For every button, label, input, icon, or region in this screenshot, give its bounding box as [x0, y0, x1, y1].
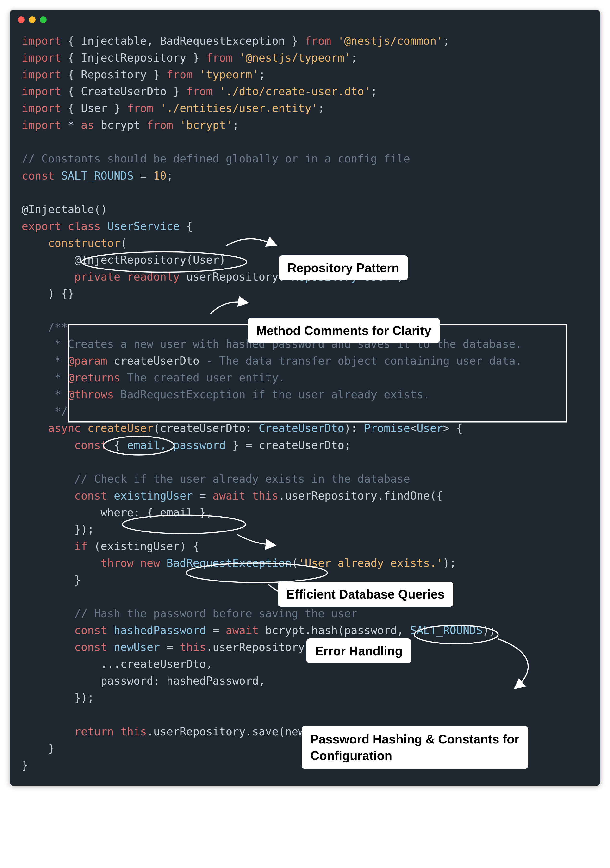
minimize-icon[interactable]	[29, 16, 36, 23]
close-icon[interactable]	[18, 16, 25, 23]
error-msg: 'User already exists.'	[298, 557, 443, 569]
hash-arg: SALT_ROUNDS	[410, 624, 482, 637]
import-from: bcrypt	[186, 119, 226, 132]
import-from: @nestjs/typeorm	[245, 51, 344, 64]
code-window: import { Injectable, BadRequestException…	[9, 9, 601, 786]
hash-arg: password	[344, 624, 397, 637]
const-value: 10	[153, 169, 167, 182]
import-items: Injectable, BadRequestException	[81, 35, 285, 47]
obj-key: password	[101, 674, 153, 687]
import-items: User	[81, 102, 107, 115]
method-param: createUserDto	[160, 422, 245, 435]
destructure-from: createUserDto	[259, 439, 344, 452]
callout-error-handling: Error Handling	[307, 639, 411, 663]
import-items: Repository	[81, 68, 147, 81]
spread-arg: createUserDto	[121, 658, 206, 670]
import-alias: bcrypt	[101, 119, 140, 132]
method-param-type: CreateUserDto	[259, 422, 344, 435]
import-from: ./entities/user.entity	[167, 102, 311, 115]
class-name: UserService	[107, 220, 180, 232]
jsdoc-param-desc: The data transfer object containing user…	[219, 355, 522, 367]
return-type: Promise	[364, 422, 410, 435]
var-name: hashedPassword	[114, 624, 206, 637]
code-comment: // Constants should be defined globally …	[22, 152, 410, 165]
callout-db-queries: Efficient Database Queries	[278, 582, 453, 607]
var-name: existingUser	[114, 490, 193, 502]
const-name: SALT_ROUNDS	[61, 169, 133, 182]
ctor-param: userRepository	[186, 270, 279, 283]
where-field: email	[160, 506, 193, 519]
callout-password-hashing: Password Hashing & Constants for Configu…	[302, 726, 528, 769]
import-items: CreateUserDto	[81, 85, 167, 98]
code-comment: // Hash the password before saving the u…	[74, 607, 358, 620]
var-name: newUser	[114, 641, 160, 654]
window-titlebar	[9, 9, 601, 25]
import-from: typeorm	[206, 68, 252, 81]
jsdoc-returns: The created user entity.	[127, 371, 285, 384]
class-decorator: @Injectable()	[22, 203, 107, 216]
jsdoc-throws: BadRequestException if the user already …	[121, 388, 430, 401]
callout-method-comments: Method Comments for Clarity	[248, 318, 440, 343]
inject-decorator: @InjectRepository	[74, 254, 186, 267]
import-from: @nestjs/common	[344, 35, 437, 47]
destructure-vars: email, password	[127, 439, 226, 452]
code-comment: // Check if the user already exists in t…	[74, 473, 410, 485]
obj-val: hashedPassword	[167, 674, 259, 687]
error-class: BadRequestException	[167, 557, 291, 569]
import-from: ./dto/create-user.dto	[226, 85, 364, 98]
import-items: InjectRepository	[81, 51, 186, 64]
method-name: createUser	[87, 422, 153, 435]
maximize-icon[interactable]	[40, 16, 46, 23]
jsdoc-param-name: createUserDto	[114, 355, 200, 367]
inject-arg: User	[193, 254, 219, 267]
code-block: import { Injectable, BadRequestException…	[9, 25, 601, 786]
return-generic: User	[417, 422, 443, 435]
callout-repository-pattern: Repository Pattern	[279, 255, 408, 280]
